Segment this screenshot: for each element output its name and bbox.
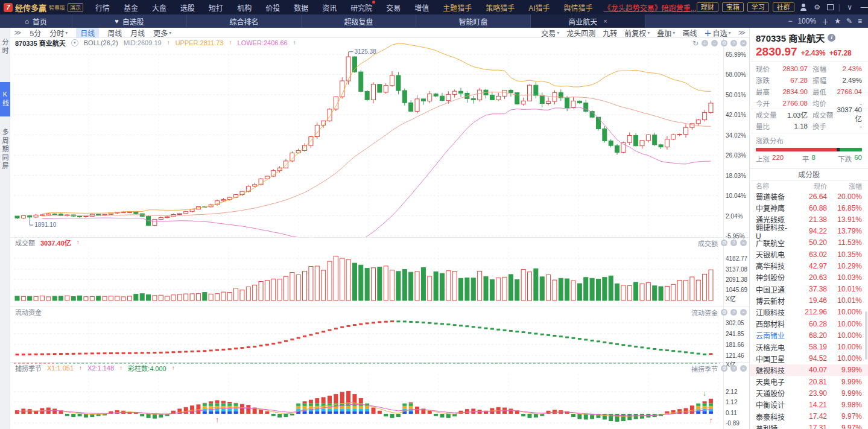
kline-chart[interactable]: 3125.381891.10 <box>10 38 723 237</box>
component-row[interactable]: 西部材料60.2810.00% <box>750 318 868 329</box>
collapse-chevron-icon[interactable]: ∨ <box>845 3 855 11</box>
panel-settings-icon[interactable]: ⚙ <box>721 40 727 46</box>
promo-link[interactable]: 《龙头趋势交易》陪跑营重... <box>604 2 697 13</box>
menu-资讯[interactable]: 资讯 <box>322 2 337 13</box>
expand-icon[interactable]: ≫ <box>738 28 746 37</box>
panel-help-icon[interactable]: ? <box>730 40 737 46</box>
component-row[interactable]: 中国卫星94.5210.00% <box>750 353 868 364</box>
skin-icon[interactable] <box>827 4 834 10</box>
component-row[interactable]: 博云新材19.4610.01% <box>750 295 868 307</box>
col-change[interactable]: 涨幅 <box>827 181 862 191</box>
component-row[interactable]: 中国卫通37.3810.01% <box>750 284 868 295</box>
component-row[interactable]: 江顺科技212.9610.00% <box>750 307 868 318</box>
menu-主题猎手[interactable]: 主题猎手 <box>443 2 472 13</box>
tab-智能盯盘[interactable]: 智能盯盘 <box>416 14 531 28</box>
menu-AI猎手[interactable]: AI猎手 <box>528 2 550 13</box>
layout-icon[interactable]: ≡ <box>858 17 862 25</box>
zoom-in-icon[interactable]: ＋ <box>702 40 708 46</box>
toolbar-分时[interactable]: 分时▾ <box>49 28 68 38</box>
menu-选股[interactable]: 选股 <box>180 2 195 13</box>
toolbar-周线[interactable]: 周线 <box>107 28 122 38</box>
toolbar-叠加[interactable]: 叠加▾ <box>657 28 675 38</box>
component-row[interactable]: 云南锗业68.2010.00% <box>750 329 868 341</box>
menu-大盘[interactable]: 大盘 <box>152 2 166 13</box>
panel-settings-icon[interactable]: ⚙ <box>721 365 727 372</box>
pencil-icon[interactable]: ✎ <box>846 17 852 25</box>
minimize-button[interactable]: — <box>860 3 868 11</box>
menu-策略猎手[interactable]: 策略猎手 <box>486 2 515 13</box>
user-icon[interactable] <box>799 3 808 11</box>
rail-K线[interactable]: K线 <box>0 82 10 116</box>
panel-close-icon[interactable]: × <box>740 240 747 246</box>
expand-icon[interactable]: ≫ <box>14 28 22 37</box>
component-row[interactable]: 蜀道装备26.6420.00% <box>750 191 868 202</box>
menu-研究院[interactable]: 研究院 <box>350 2 372 13</box>
toolbar-交易[interactable]: 交易▾ <box>541 28 559 38</box>
tab-close-icon[interactable]: × <box>603 17 607 25</box>
component-row[interactable]: 普利特17.319.97% <box>750 422 868 429</box>
panel-close-icon[interactable]: × <box>740 365 747 372</box>
fund-chart[interactable] <box>10 307 723 362</box>
toolbar-前复权[interactable]: 前复权▾ <box>624 28 650 38</box>
toolbar-日线[interactable]: 日线 <box>76 28 99 38</box>
toolbar-更多[interactable]: 更多▾ <box>153 28 171 38</box>
component-row[interactable]: 中衡设计14.219.98% <box>750 399 868 410</box>
zoom-in-button[interactable]: ＋ <box>822 16 829 27</box>
zoom-out-button[interactable]: − <box>788 17 792 25</box>
volume-chart[interactable] <box>10 237 723 307</box>
pill-社群[interactable]: 社群 <box>773 2 794 12</box>
component-row[interactable]: 翱捷科技-U94.2213.79% <box>750 226 868 237</box>
tab-超级复盘[interactable]: 超级复盘 <box>302 14 416 28</box>
menu-数据[interactable]: 数据 <box>294 2 308 13</box>
component-row[interactable]: 高华科技42.9710.29% <box>750 260 868 272</box>
panel-help-icon[interactable]: ? <box>730 365 737 372</box>
rail-分时[interactable]: 分时 <box>0 39 10 56</box>
menu-短打[interactable]: 短打 <box>209 2 223 13</box>
menu-价投[interactable]: 价投 <box>265 2 280 13</box>
panel-help-icon[interactable]: ? <box>730 309 737 316</box>
pill-宝箱[interactable]: 宝箱 <box>722 2 744 12</box>
col-price[interactable]: 现价 <box>792 181 827 191</box>
component-row[interactable]: 天奥电子20.819.99% <box>750 376 868 387</box>
menu-行情[interactable]: 行情 <box>95 2 110 13</box>
component-row[interactable]: 沃格光电58.1910.00% <box>750 341 868 352</box>
scrollbar[interactable] <box>865 311 867 360</box>
panel-close-icon[interactable]: × <box>740 40 747 46</box>
panel-close-icon[interactable]: × <box>740 309 747 316</box>
component-row[interactable]: 广联航空50.2011.53% <box>750 237 868 249</box>
component-row[interactable]: 魅视科技40.079.99% <box>750 364 868 376</box>
panel-settings-icon[interactable]: ⚙ <box>721 240 727 246</box>
panel-help-icon[interactable]: ? <box>730 240 737 246</box>
toolbar-画线[interactable]: 画线 <box>682 28 697 38</box>
toolbar-自选[interactable]: ＋自选▾ <box>704 28 730 38</box>
pill-理财[interactable]: 理财 <box>697 2 718 12</box>
tab-商业航天[interactable]: 商业航天× <box>531 14 645 28</box>
indicator-dropdown-icon[interactable]: ▾ <box>71 39 78 46</box>
menu-基金[interactable]: 基金 <box>124 2 138 13</box>
tab-综合排名[interactable]: 综合排名 <box>187 14 302 28</box>
component-row[interactable]: 泰豪科技17.429.97% <box>750 411 868 422</box>
menu-增值[interactable]: 增值 <box>414 2 429 13</box>
component-row[interactable]: 天银机电63.0210.35% <box>750 249 868 260</box>
menu-舆情猎手[interactable]: 舆情猎手 <box>564 2 593 13</box>
zoom-out-icon[interactable]: − <box>711 40 718 46</box>
toolbar-龙头回测[interactable]: 龙头回测 <box>566 28 595 38</box>
menu-机构[interactable]: 机构 <box>237 2 252 13</box>
component-row[interactable]: 天通股份23.909.99% <box>750 387 868 399</box>
pill-学习[interactable]: 学习 <box>747 2 769 12</box>
col-name[interactable]: 名称 <box>756 181 792 191</box>
season-chart[interactable]: ↑↑↓ <box>10 362 723 429</box>
settings-gear-icon[interactable]: ⚙ <box>813 3 822 11</box>
rail-多周期同屏[interactable]: 多周期同屏 <box>0 129 10 171</box>
star-icon[interactable]: ★ <box>834 17 841 25</box>
toolbar-月线[interactable]: 月线 <box>130 28 145 38</box>
component-row[interactable]: 中复神鹰60.8816.85% <box>750 202 868 214</box>
refresh-icon[interactable]: ↻ <box>692 39 699 48</box>
tab-自选股[interactable]: ♥自选股 <box>72 14 187 28</box>
component-row[interactable]: 神剑股份20.6310.03% <box>750 272 868 283</box>
menu-交易[interactable]: 交易 <box>386 2 401 13</box>
toolbar-九转[interactable]: 九转 <box>603 28 617 38</box>
tab-首页[interactable]: ⌂首页 <box>0 14 72 28</box>
toolbar-5分[interactable]: 5分 <box>30 28 42 38</box>
info-icon[interactable]: i <box>828 34 835 42</box>
